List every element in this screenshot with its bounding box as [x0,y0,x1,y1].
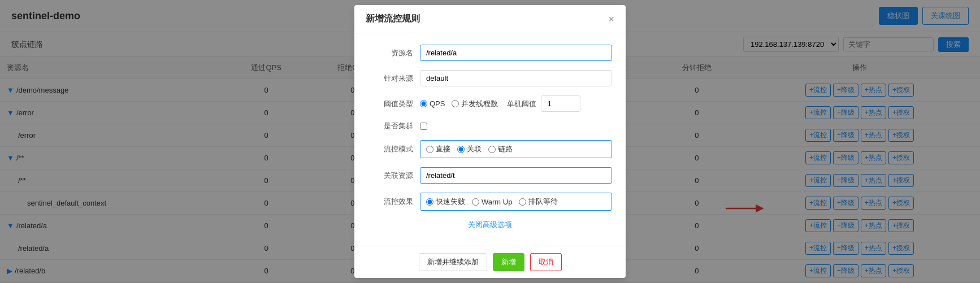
mode-associate-radio[interactable] [457,146,465,153]
cluster-checkbox-container [420,123,431,130]
threshold-label: 阈值类型 [368,99,413,109]
cluster-checkbox[interactable] [420,123,427,130]
mode-direct-radio[interactable] [426,146,433,153]
resource-label: 资源名 [368,48,413,58]
modal-header: 新增流控规则 × [354,5,626,33]
effect-fast-option[interactable]: 快速失败 [426,197,465,207]
source-input[interactable] [420,70,612,86]
source-row: 针对来源 [368,70,612,86]
related-resource-input[interactable] [420,167,612,184]
modal-dialog: 新增流控规则 × 资源名 针对来源 阈值类型 QPS [354,5,626,278]
effect-row: 流控效果 快速失败 Warm Up 排队等待 [368,193,612,211]
threshold-qps-option[interactable]: QPS [420,99,445,108]
single-threshold-input[interactable] [541,95,580,112]
threshold-qps-label: QPS [430,99,445,108]
cancel-btn[interactable]: 取消 [530,253,562,271]
resource-input[interactable] [420,45,612,61]
related-resource-row: 关联资源 [368,167,612,184]
effect-warmup-radio[interactable] [472,198,479,206]
advanced-options-link[interactable]: 关闭高级选项 [368,220,612,230]
threshold-threads-label: 并发线程数 [461,99,498,109]
modal-footer: 新增并继续添加 新增 取消 [354,246,626,278]
effect-queue-label: 排队等待 [528,197,558,207]
mode-row: 流控模式 直接 关联 链路 [368,140,612,158]
cluster-label: 是否集群 [368,121,413,131]
threshold-threads-radio[interactable] [452,100,459,107]
threshold-threads-option[interactable]: 并发线程数 [452,99,498,109]
modal-overlay: 新增流控规则 × 资源名 针对来源 阈值类型 QPS [0,0,980,283]
mode-direct-label: 直接 [436,144,450,154]
mode-associate-label: 关联 [467,144,482,154]
effect-fast-radio[interactable] [426,198,433,206]
mode-chain-option[interactable]: 链路 [488,144,513,154]
cluster-row: 是否集群 [368,121,612,131]
mode-chain-label: 链路 [498,144,513,154]
threshold-qps-radio[interactable] [420,100,427,107]
new-continue-btn[interactable]: 新增并继续添加 [419,253,487,271]
effect-queue-option[interactable]: 排队等待 [519,197,558,207]
mode-direct-option[interactable]: 直接 [426,144,450,154]
modal-close-btn[interactable]: × [608,14,614,24]
single-label: 单机阈值 [507,99,536,109]
resource-row: 资源名 [368,45,612,61]
effect-radio-group: 快速失败 Warm Up 排队等待 [426,197,606,207]
mode-associate-option[interactable]: 关联 [457,144,482,154]
effect-label: 流控效果 [368,197,413,207]
mode-chain-radio[interactable] [488,146,496,153]
mode-radio-group: 直接 关联 链路 [426,144,606,154]
threshold-radio-group: QPS 并发线程数 [420,99,498,109]
new-btn[interactable]: 新增 [493,253,524,271]
threshold-row: 阈值类型 QPS 并发线程数 单机阈值 [368,95,612,112]
effect-fast-label: 快速失败 [436,197,465,207]
related-label: 关联资源 [368,171,413,181]
modal-body: 资源名 针对来源 阈值类型 QPS 并发线程数 [354,33,626,246]
mode-label: 流控模式 [368,144,413,154]
modal-title: 新增流控规则 [366,13,420,25]
effect-queue-radio[interactable] [519,198,526,206]
effect-warmup-option[interactable]: Warm Up [472,198,512,206]
source-label: 针对来源 [368,73,413,84]
effect-warmup-label: Warm Up [482,198,512,206]
